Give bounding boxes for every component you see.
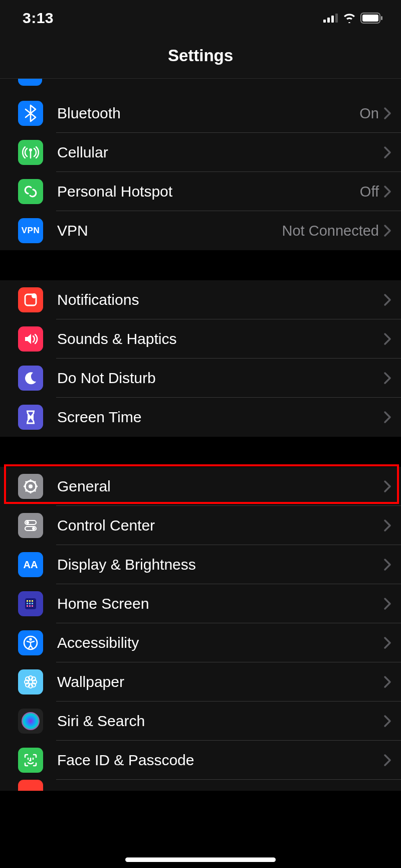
row-label: Personal Hotspot bbox=[57, 183, 360, 200]
row-label: Wallpaper bbox=[57, 673, 383, 690]
svg-rect-2 bbox=[331, 16, 334, 23]
settings-row-screen-time[interactable]: Screen Time bbox=[0, 398, 401, 437]
svg-rect-28 bbox=[27, 603, 28, 604]
row-value: Not Connected bbox=[282, 223, 379, 239]
svg-rect-3 bbox=[335, 14, 338, 23]
settings-row-home-screen[interactable]: Home Screen bbox=[0, 584, 401, 623]
page-header: Settings bbox=[0, 36, 401, 79]
sos-icon bbox=[18, 780, 43, 791]
status-time: 3:13 bbox=[23, 10, 54, 27]
settings-group-system: General Control Center AA Display & Brig… bbox=[0, 467, 401, 780]
vpn-icon: VPN bbox=[18, 218, 43, 243]
group-separator bbox=[0, 250, 401, 280]
svg-rect-5 bbox=[362, 15, 378, 22]
row-label: Screen Time bbox=[57, 409, 383, 426]
home-indicator[interactable] bbox=[125, 857, 276, 862]
row-label: Face ID & Passcode bbox=[57, 752, 383, 769]
settings-group-alerts: Notifications Sounds & Haptics Do Not Di… bbox=[0, 280, 401, 437]
settings-row-bluetooth[interactable]: Bluetooth On bbox=[0, 94, 401, 133]
row-label: Accessibility bbox=[57, 634, 383, 651]
settings-row-personal-hotspot[interactable]: Personal Hotspot Off bbox=[0, 172, 401, 211]
hourglass-icon bbox=[18, 405, 43, 430]
speaker-icon bbox=[18, 326, 43, 352]
settings-row-vpn[interactable]: VPN VPN Not Connected bbox=[0, 211, 401, 250]
toggle-icon bbox=[18, 513, 43, 538]
page-title: Settings bbox=[168, 46, 233, 65]
svg-rect-27 bbox=[32, 600, 33, 602]
hotspot-icon bbox=[18, 179, 43, 204]
bluetooth-icon bbox=[18, 101, 43, 126]
notifications-icon bbox=[18, 287, 43, 312]
row-label: VPN bbox=[57, 222, 282, 239]
svg-rect-33 bbox=[32, 605, 33, 607]
row-value: Off bbox=[360, 184, 379, 200]
settings-row-general[interactable]: General bbox=[0, 467, 401, 506]
row-label: Display & Brightness bbox=[57, 556, 383, 573]
accessibility-icon bbox=[18, 630, 43, 655]
svg-point-21 bbox=[26, 521, 29, 524]
status-bar: 3:13 bbox=[0, 0, 401, 36]
svg-point-35 bbox=[29, 638, 32, 641]
chevron-right-icon bbox=[383, 185, 392, 198]
settings-row-partial-top[interactable] bbox=[0, 79, 401, 94]
chevron-right-icon bbox=[383, 480, 392, 493]
chevron-right-icon bbox=[383, 519, 392, 532]
settings-row-partial-bottom[interactable] bbox=[0, 780, 401, 791]
chevron-right-icon bbox=[383, 636, 392, 649]
chevron-right-icon bbox=[383, 332, 392, 345]
chevron-right-icon bbox=[383, 754, 392, 767]
chevron-right-icon bbox=[383, 146, 392, 159]
chevron-right-icon bbox=[383, 372, 392, 385]
svg-point-23 bbox=[32, 527, 35, 530]
chevron-right-icon bbox=[383, 597, 392, 610]
cellular-signal-icon bbox=[323, 14, 338, 23]
svg-point-45 bbox=[22, 712, 40, 730]
settings-row-accessibility[interactable]: Accessibility bbox=[0, 623, 401, 662]
svg-point-7 bbox=[29, 148, 32, 151]
row-label: Notifications bbox=[57, 291, 383, 308]
svg-rect-6 bbox=[381, 16, 382, 20]
row-label: Control Center bbox=[57, 517, 383, 534]
text-size-icon: AA bbox=[18, 552, 43, 577]
chevron-right-icon bbox=[383, 411, 392, 424]
chevron-right-icon bbox=[383, 293, 392, 306]
row-label: Cellular bbox=[57, 144, 383, 161]
face-id-icon bbox=[18, 748, 43, 773]
settings-row-cellular[interactable]: Cellular bbox=[0, 133, 401, 172]
gear-icon bbox=[18, 474, 43, 499]
siri-icon bbox=[18, 709, 43, 734]
moon-icon bbox=[18, 366, 43, 391]
wifi-icon bbox=[342, 13, 356, 23]
svg-rect-31 bbox=[27, 605, 28, 607]
svg-rect-26 bbox=[29, 600, 31, 602]
grid-icon bbox=[18, 591, 43, 616]
settings-row-notifications[interactable]: Notifications bbox=[0, 280, 401, 319]
flower-icon bbox=[18, 669, 43, 695]
svg-rect-25 bbox=[27, 600, 28, 602]
group-separator bbox=[0, 437, 401, 467]
svg-rect-29 bbox=[29, 603, 31, 604]
settings-row-faceid[interactable]: Face ID & Passcode bbox=[0, 741, 401, 780]
settings-row-do-not-disturb[interactable]: Do Not Disturb bbox=[0, 359, 401, 398]
row-label: Sounds & Haptics bbox=[57, 330, 383, 348]
svg-rect-1 bbox=[327, 18, 330, 23]
row-value: On bbox=[359, 105, 379, 122]
settings-row-control-center[interactable]: Control Center bbox=[0, 506, 401, 545]
battery-icon bbox=[360, 13, 383, 24]
row-label: General bbox=[57, 478, 383, 495]
chevron-right-icon bbox=[383, 558, 392, 571]
status-icons bbox=[323, 13, 383, 24]
chevron-right-icon bbox=[383, 107, 392, 120]
settings-row-sounds[interactable]: Sounds & Haptics bbox=[0, 319, 401, 359]
row-label: Bluetooth bbox=[57, 105, 359, 122]
settings-row-wallpaper[interactable]: Wallpaper bbox=[0, 662, 401, 702]
wifi-row-icon bbox=[18, 79, 42, 86]
svg-point-11 bbox=[29, 484, 33, 488]
chevron-right-icon bbox=[383, 675, 392, 688]
svg-rect-30 bbox=[32, 603, 33, 604]
settings-row-siri[interactable]: Siri & Search bbox=[0, 702, 401, 741]
settings-row-display[interactable]: AA Display & Brightness bbox=[0, 545, 401, 584]
svg-point-9 bbox=[32, 293, 37, 298]
svg-rect-0 bbox=[323, 20, 326, 23]
settings-group-connectivity: Bluetooth On Cellular Personal Hotspot O… bbox=[0, 94, 401, 250]
